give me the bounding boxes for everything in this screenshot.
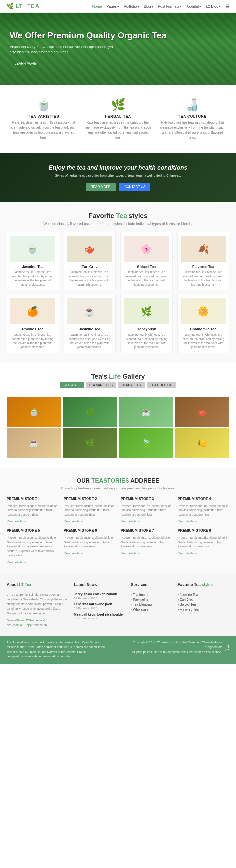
filter-tea-varieties[interactable]: TEA VARIETIES xyxy=(86,382,116,388)
tea-card-earl-grey: 🫖 Earl Grey Jasmine tea, in Chinese, is … xyxy=(64,232,116,290)
stores-title: OUR TEASTORIES ADDREEE xyxy=(6,477,230,484)
tea-varieties-icon: 🍵 xyxy=(10,98,78,112)
store-link-5[interactable]: View details xyxy=(6,561,26,564)
gallery-img-2: 🌿 xyxy=(63,398,117,427)
nav-k2-blog[interactable]: K2 Blog xyxy=(206,4,220,8)
gallery-img-5: ☕ xyxy=(6,428,61,458)
fav-item-4[interactable]: Flavored Tea xyxy=(178,607,230,612)
tea-card-img-8: 🌼 xyxy=(181,298,226,324)
tea-desc-8: Jasmine tea, in Chinese, is a scented te… xyxy=(181,333,226,349)
tea-name-8: Chamomile Tea xyxy=(181,327,226,331)
store-name-1: PREMIUM STORE 1 xyxy=(6,497,58,502)
footer-about-title: About LT Tea xyxy=(6,583,69,589)
stores-grid: PREMIUM STORE 1 Praesent turpis mauris, … xyxy=(6,497,230,564)
service-item-1[interactable]: Tea Import xyxy=(131,592,172,597)
hero-section: We Offer Premium Quality Organic Tea Vit… xyxy=(0,13,236,85)
tea-desc-6: Jasmine tea, in Chinese, is a scented te… xyxy=(67,333,112,349)
service-item-4[interactable]: Wholesale xyxy=(131,607,172,612)
read-more-button[interactable]: READ MORE xyxy=(86,183,116,191)
tea-desc-4: Jasmine tea, in Chinese, is a scented te… xyxy=(181,270,226,286)
nav-post-formats[interactable]: Post Formats xyxy=(158,4,182,8)
learn-more-button[interactable]: LEARN MORE xyxy=(10,60,41,67)
tea-desc-5: Jasmine tea, in Chinese, is a scented te… xyxy=(10,333,55,349)
store-link-3[interactable]: View details xyxy=(121,520,140,523)
herbal-tea-icon: 🌿 xyxy=(84,98,152,112)
gallery-section: Tea's Life Gallery SHOW ALL TEA VARIETIE… xyxy=(0,363,236,468)
store-link-2[interactable]: View details xyxy=(64,520,83,523)
news-title-2[interactable]: Leberkas tail swine pork xyxy=(74,602,126,606)
tea-card-img-2: 🫖 xyxy=(67,236,112,262)
news-date-2: 02 February 2015 xyxy=(74,607,126,610)
store-name-2: PREMIUM STORE 2 xyxy=(64,497,115,502)
store-desc-3: Praesent turpis mauris, aliquet id dolor… xyxy=(121,504,172,517)
footer-about-link2[interactable]: Joomla! Project xyxy=(12,623,33,627)
tea-styles-subtitle: We also classify flavored teas into diff… xyxy=(6,222,230,226)
news-title-3[interactable]: Meatball kevin beef rib shoulder xyxy=(74,613,126,616)
nav-pages[interactable]: Pages xyxy=(107,4,119,8)
nav-blog[interactable]: Blog xyxy=(144,4,153,8)
tea-styles-section: Favorite Tea styles We also classify fla… xyxy=(0,203,236,363)
bottom-footer-left: The Joomla! award was built under a limi… xyxy=(6,640,105,659)
gallery-img-8: 🍋 xyxy=(175,428,230,458)
tea-card-rooibos: 🍊 Rooibos Tea Jasmine tea, in Chinese, i… xyxy=(6,295,59,353)
tea-card-img-5: 🍊 xyxy=(10,298,55,324)
banner-section: Enjoy the tea and improve your health co… xyxy=(0,153,236,203)
service-item-3[interactable]: Tea Blending xyxy=(131,602,172,607)
news-item-2: Leberkas tail swine pork 02 February 201… xyxy=(74,602,126,610)
store-4: PREMIUM STORE 4 Praesent turpis mauris, … xyxy=(178,497,230,524)
tea-culture-icon: 🍶 xyxy=(158,98,226,112)
tea-card-img-3: 🌸 xyxy=(124,236,169,262)
logo-text: LT TEA xyxy=(16,3,40,9)
store-desc-4: Praesent turpis mauris, aliquet id dolor… xyxy=(178,504,230,517)
filter-tea-culture[interactable]: TEA CULTURE xyxy=(147,382,176,388)
store-link-1[interactable]: View details xyxy=(6,520,26,523)
store-name-7: PREMIUM STORE 7 xyxy=(121,528,172,534)
gallery-title: Tea's Life Gallery xyxy=(6,373,230,380)
store-desc-7: Praesent turpis mauris, aliquet id dolor… xyxy=(121,536,172,549)
fav-item-1[interactable]: Jasmine Tea xyxy=(178,592,230,597)
footer-fav-title-colored: styles xyxy=(202,583,213,587)
tea-card-chamomile: 🌼 Chamomile Tea Jasmine tea, in Chinese,… xyxy=(177,295,230,353)
fav-item-2[interactable]: Earl Grey xyxy=(178,597,230,602)
bottom-footer-right: Copyright © 2014 JThemes.com All rights … xyxy=(130,640,222,654)
fav-item-3[interactable]: Spiced Tea xyxy=(178,602,230,607)
footer-news-col: Latest News Jerky shark chicken boudin 0… xyxy=(74,583,126,627)
contact-us-button[interactable]: CONTACT US xyxy=(119,183,150,191)
tea-styles-title: Favorite Tea styles xyxy=(6,212,230,220)
footer-about-link1[interactable]: JoomlaShine (JT Framework) xyxy=(6,619,45,622)
header: 🌿 LT TEA Home Pages Portfolio Blog Post … xyxy=(0,0,236,13)
store-link-4[interactable]: View details xyxy=(178,520,197,523)
nav-joomla[interactable]: Joomla! xyxy=(186,4,201,8)
banner-buttons: READ MORE CONTACT US xyxy=(6,183,230,191)
logo-prefix: LT xyxy=(16,3,23,9)
store-8: PREMIUM STORE 8 Praesent turpis mauris, … xyxy=(178,528,230,564)
filter-herbal-tea[interactable]: HERBAL TEA xyxy=(118,382,145,388)
logo-icon: 🌿 xyxy=(6,3,14,10)
footer-fav-col: Favorite Tea styles Jasmine Tea Earl Gre… xyxy=(178,583,230,627)
filter-show-all[interactable]: SHOW ALL xyxy=(60,382,84,388)
tea-card-img-7: 🌿 xyxy=(124,298,169,324)
store-link-8[interactable]: View details xyxy=(178,552,197,555)
service-item-2[interactable]: Packaging xyxy=(131,597,172,602)
feature-title-3: TEA CULTURE xyxy=(158,114,226,118)
store-link-6[interactable]: View details xyxy=(64,552,83,555)
hamburger-icon[interactable]: ☰ xyxy=(225,4,230,9)
stores-subtitle: Collecting feature stories that we provi… xyxy=(6,486,230,490)
gallery-img-4: 🫖 xyxy=(175,398,230,427)
nav-home[interactable]: Home xyxy=(92,4,102,8)
nav-portfolio[interactable]: Portfolio xyxy=(124,4,139,8)
hero-content: We Offer Premium Quality Organic Tea Vit… xyxy=(0,24,176,73)
store-link-7[interactable]: View details xyxy=(121,552,140,555)
tea-name-1: Jasmine Tea xyxy=(10,265,55,269)
store-desc-1: Praesent turpis mauris, aliquet id dolor… xyxy=(6,504,58,517)
store-desc-2: Praesent turpis mauris, aliquet id dolor… xyxy=(64,504,115,517)
store-name-3: PREMIUM STORE 3 xyxy=(121,497,172,502)
tea-card-flavored: 🍂 Flavored Tea Jasmine tea, in Chinese, … xyxy=(177,232,230,290)
tea-card-spiced: 🌸 Spiced Tea Jasmine tea, in Chinese, is… xyxy=(120,232,173,290)
feature-desc-1: RateTea classifies teas in this category… xyxy=(10,120,78,140)
news-title-1[interactable]: Jerky shark chicken boudin xyxy=(74,592,126,596)
tea-styles-title-colored: Tea xyxy=(116,212,127,219)
store-desc-6: Praesent turpis mauris, aliquet id dolor… xyxy=(64,536,115,549)
footer-services-title: Services xyxy=(131,583,172,589)
tea-name-4: Flavored Tea xyxy=(181,265,226,269)
